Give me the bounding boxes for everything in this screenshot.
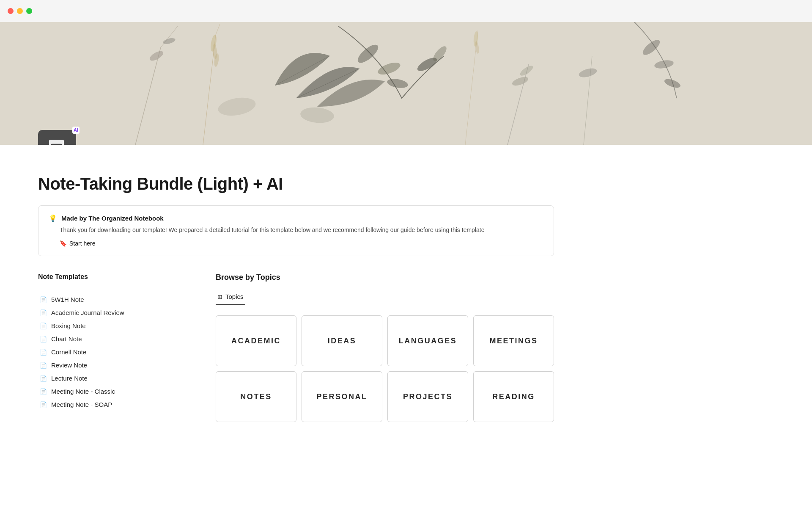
- right-column: Browse by Topics ⊞ Topics ACADEMICIDEASL…: [216, 273, 554, 422]
- note-list-item[interactable]: 📄 Boxing Note: [38, 319, 190, 332]
- topic-card-label: PROJECTS: [403, 392, 453, 401]
- bookmark-icon: 🔖: [60, 240, 67, 247]
- info-box-author: Made by The Organized Notebook: [61, 215, 164, 222]
- document-icon: 📄: [40, 401, 47, 408]
- tab-topics[interactable]: ⊞ Topics: [216, 289, 245, 305]
- note-templates-list: 📄 5W1H Note 📄 Academic Journal Review 📄 …: [38, 293, 190, 411]
- topic-card-label: NOTES: [240, 392, 272, 401]
- info-box-header: 💡 Made by The Organized Notebook: [49, 214, 543, 222]
- topic-card-label: MEETINGS: [489, 337, 538, 345]
- topic-card[interactable]: PERSONAL: [302, 371, 382, 422]
- topic-card-label: READING: [492, 392, 535, 401]
- topic-card[interactable]: READING: [473, 371, 554, 422]
- note-item-label: 5W1H Note: [51, 296, 84, 303]
- page-icon: AI: [38, 130, 76, 145]
- topic-card-label: PERSONAL: [316, 392, 367, 401]
- lightbulb-icon: 💡: [49, 214, 57, 222]
- topic-card[interactable]: ACADEMIC: [216, 315, 296, 366]
- note-item-label: Academic Journal Review: [51, 309, 124, 316]
- page-icon-wrapper: AI: [38, 130, 76, 145]
- topic-card[interactable]: NOTES: [216, 371, 296, 422]
- note-item-label: Lecture Note: [51, 375, 88, 382]
- hero-banner: AI: [0, 22, 812, 145]
- topic-card-label: IDEAS: [328, 337, 357, 345]
- topic-card[interactable]: MEETINGS: [473, 315, 554, 366]
- close-button[interactable]: [8, 8, 14, 14]
- main-content: Note-Taking Bundle (Light) + AI 💡 Made b…: [0, 145, 592, 439]
- topic-card-label: ACADEMIC: [231, 337, 281, 345]
- topic-card[interactable]: LANGUAGES: [387, 315, 468, 366]
- info-box-description: Thank you for downloading our template! …: [60, 226, 543, 235]
- topic-card-label: LANGUAGES: [399, 337, 457, 345]
- note-item-label: Boxing Note: [51, 322, 86, 329]
- document-icon: 📄: [40, 336, 47, 342]
- title-bar: [0, 0, 812, 22]
- note-templates-title: Note Templates: [38, 273, 190, 286]
- page-title: Note-Taking Bundle (Light) + AI: [38, 174, 554, 193]
- start-here-link[interactable]: 🔖 Start here: [60, 240, 95, 247]
- document-icon: 📄: [40, 375, 47, 382]
- topic-card[interactable]: PROJECTS: [387, 371, 468, 422]
- note-item-label: Meeting Note - Classic: [51, 388, 115, 395]
- note-list-item[interactable]: 📄 Lecture Note: [38, 372, 190, 385]
- document-icon: 📄: [40, 296, 47, 303]
- note-list-item[interactable]: 📄 Cornell Note: [38, 345, 190, 359]
- info-box: 💡 Made by The Organized Notebook Thank y…: [38, 205, 554, 256]
- two-col-layout: Note Templates 📄 5W1H Note 📄 Academic Jo…: [38, 273, 554, 422]
- document-icon: 📄: [40, 362, 47, 369]
- note-list-item[interactable]: 📄 5W1H Note: [38, 293, 190, 306]
- note-item-label: Chart Note: [51, 335, 82, 342]
- grid-icon: ⊞: [217, 293, 222, 300]
- note-item-label: Cornell Note: [51, 348, 86, 356]
- note-list-item[interactable]: 📄 Review Note: [38, 359, 190, 372]
- document-icon: 📄: [40, 349, 47, 356]
- document-icon: 📄: [40, 323, 47, 329]
- topic-card[interactable]: IDEAS: [302, 315, 382, 366]
- ai-badge: AI: [72, 127, 80, 134]
- note-list-item[interactable]: 📄 Meeting Note - SOAP: [38, 398, 190, 411]
- note-list-item[interactable]: 📄 Chart Note: [38, 332, 190, 345]
- browse-topics-title: Browse by Topics: [216, 273, 554, 282]
- tabs-bar: ⊞ Topics: [216, 289, 554, 305]
- maximize-button[interactable]: [26, 8, 32, 14]
- document-icon: 📄: [40, 309, 47, 316]
- minimize-button[interactable]: [17, 8, 23, 14]
- note-item-label: Meeting Note - SOAP: [51, 401, 112, 408]
- document-icon: 📄: [40, 388, 47, 395]
- topics-grid: ACADEMICIDEASLANGUAGESMEETINGSNOTESPERSO…: [216, 315, 554, 422]
- note-item-label: Review Note: [51, 362, 87, 369]
- left-column: Note Templates 📄 5W1H Note 📄 Academic Jo…: [38, 273, 190, 411]
- note-list-item[interactable]: 📄 Meeting Note - Classic: [38, 385, 190, 398]
- note-list-item[interactable]: 📄 Academic Journal Review: [38, 306, 190, 319]
